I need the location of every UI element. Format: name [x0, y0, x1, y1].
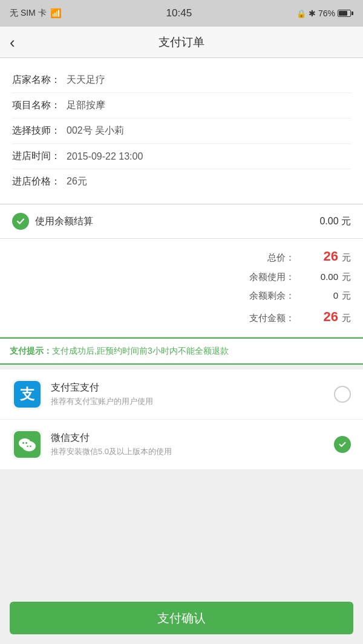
order-info-row: 店家名称： 天天足疗: [12, 68, 351, 93]
info-label: 进店价格：: [12, 175, 67, 188]
payment-icon-alipay: 支: [12, 379, 42, 409]
info-label: 项目名称：: [12, 99, 67, 112]
svg-point-1: [19, 438, 31, 448]
info-label: 选择技师：: [12, 125, 67, 137]
svg-point-2: [22, 442, 24, 444]
payment-radio-alipay[interactable]: [334, 386, 351, 403]
total-value: 26: [302, 309, 338, 325]
total-value: 0: [302, 290, 338, 301]
info-label: 进店时间：: [12, 150, 67, 163]
nav-bar: ‹ 支付订单: [0, 27, 363, 58]
info-value: 足部按摩: [67, 99, 105, 112]
payment-desc-wechat: 推荐安装微信5.0及以上版本的使用: [51, 446, 325, 457]
payment-info-wechat: 微信支付 推荐安装微信5.0及以上版本的使用: [51, 432, 325, 457]
total-unit: 元: [342, 252, 351, 264]
info-value: 26元: [67, 175, 87, 188]
svg-point-4: [27, 446, 28, 447]
svg-point-5: [30, 446, 31, 447]
payment-icon-wechat: [12, 429, 42, 460]
order-info-row: 进店价格： 26元: [12, 169, 351, 194]
order-info-row: 项目名称： 足部按摩: [12, 93, 351, 119]
balance-label: 使用余额结算: [35, 215, 93, 228]
total-row: 支付金额： 26 元: [12, 305, 351, 328]
total-label: 余额使用：: [249, 272, 295, 283]
order-info-section: 店家名称： 天天足疗 项目名称： 足部按摩 选择技师： 002号 吴小莉 进店时…: [0, 58, 363, 204]
info-value: 天天足疗: [67, 74, 105, 86]
status-right: 🔒 ✱ 76%: [296, 8, 353, 18]
notice-prefix: 支付提示：: [10, 346, 52, 356]
status-bar: 无 SIM 卡 📶 10:45 🔒 ✱ 76%: [0, 0, 363, 27]
confirm-button[interactable]: 支付确认: [10, 602, 353, 634]
no-sim-label: 无 SIM 卡: [10, 8, 47, 19]
order-info-row: 选择技师： 002号 吴小莉: [12, 119, 351, 144]
total-label: 总价：: [267, 252, 295, 264]
payment-section: 支 支付宝支付 推荐有支付宝账户的用户使用 微信支付 推荐安: [0, 369, 363, 470]
payment-radio-wechat[interactable]: [334, 436, 351, 453]
status-time: 10:45: [166, 7, 192, 19]
page-title: 支付订单: [159, 34, 204, 50]
payment-name-alipay: 支付宝支付: [51, 382, 325, 394]
lock-icon: 🔒: [296, 9, 306, 18]
back-button[interactable]: ‹: [10, 34, 15, 50]
totals-section: 总价： 26 元 余额使用： 0.00 元 余额剩余： 0 元 支付金额： 26…: [0, 239, 363, 337]
total-label: 支付金额：: [249, 313, 295, 324]
total-unit: 元: [342, 272, 351, 283]
payment-info-alipay: 支付宝支付 推荐有支付宝账户的用户使用: [51, 382, 325, 407]
total-row: 余额使用： 0.00 元: [12, 268, 351, 287]
confirm-section: 支付确认: [0, 596, 363, 644]
info-value: 002号 吴小莉: [67, 125, 124, 137]
total-unit: 元: [342, 313, 351, 324]
balance-left: 使用余额结算: [12, 213, 93, 230]
total-row: 余额剩余： 0 元: [12, 287, 351, 305]
notice-section: 支付提示：支付成功后,距预约时间前3小时内不能全额退款: [0, 337, 363, 365]
balance-amount: 0.00 元: [319, 215, 351, 228]
notice-body: 支付成功后,距预约时间前3小时内不能全额退款: [52, 346, 229, 356]
total-value: 0.00: [302, 272, 338, 282]
svg-point-3: [25, 442, 27, 444]
wifi-icon: 📶: [50, 8, 62, 19]
payment-item-alipay[interactable]: 支 支付宝支付 推荐有支付宝账户的用户使用: [0, 369, 363, 420]
bluetooth-icon: ✱: [309, 8, 316, 18]
battery-percent: 76%: [318, 8, 335, 18]
info-label: 店家名称：: [12, 74, 67, 86]
info-value: 2015-09-22 13:00: [67, 151, 143, 162]
total-value: 26: [302, 249, 338, 264]
battery-icon: [338, 10, 353, 17]
status-left: 无 SIM 卡 📶: [10, 8, 62, 19]
balance-row[interactable]: 使用余额结算 0.00 元: [0, 204, 363, 239]
payment-desc-alipay: 推荐有支付宝账户的用户使用: [51, 396, 325, 407]
total-unit: 元: [342, 290, 351, 302]
notice-text: 支付提示：支付成功后,距预约时间前3小时内不能全额退款: [10, 345, 353, 357]
order-info-row: 进店时间： 2015-09-22 13:00: [12, 144, 351, 169]
balance-check-icon: [12, 213, 29, 230]
payment-name-wechat: 微信支付: [51, 432, 325, 444]
total-row: 总价： 26 元: [12, 245, 351, 268]
payment-item-wechat[interactable]: 微信支付 推荐安装微信5.0及以上版本的使用: [0, 420, 363, 470]
total-label: 余额剩余：: [249, 290, 295, 302]
